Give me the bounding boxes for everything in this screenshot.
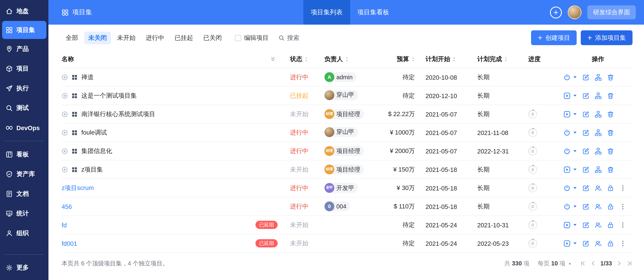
sidebar-item-2[interactable]: 产品 (0, 39, 48, 59)
lock-icon[interactable] (607, 221, 614, 228)
power-icon[interactable] (564, 129, 570, 136)
trash-icon[interactable] (607, 148, 614, 154)
lock-icon[interactable] (607, 240, 614, 247)
power-icon[interactable] (564, 74, 570, 80)
sidebar-item-3[interactable]: 项目 (0, 59, 48, 78)
global-add-button[interactable] (550, 6, 562, 18)
lock-icon[interactable] (607, 184, 614, 191)
program-name[interactable]: 集团信息化 (81, 147, 112, 155)
sidebar-item-10[interactable]: 文档 (0, 184, 48, 204)
caret-down-icon[interactable] (573, 93, 577, 98)
sitemap-icon[interactable] (595, 129, 602, 136)
sort-icon[interactable] (304, 57, 308, 62)
sort-icon[interactable] (345, 57, 349, 62)
expand-icon[interactable] (62, 92, 68, 99)
sidebar-item-8[interactable]: 看板 (0, 144, 48, 164)
user-avatar[interactable] (568, 5, 582, 19)
caret-down-icon[interactable] (573, 75, 577, 79)
trash-icon[interactable] (607, 92, 614, 99)
workspace-button[interactable]: 研发综合界面 (587, 5, 636, 19)
play-icon[interactable] (564, 92, 570, 99)
users-icon[interactable] (595, 221, 602, 228)
filter-tab-4[interactable]: 已挂起 (170, 31, 197, 44)
users-icon[interactable] (595, 203, 602, 210)
expand-icon[interactable] (62, 166, 68, 173)
more-dots-icon[interactable] (619, 221, 626, 228)
sitemap-icon[interactable] (595, 111, 602, 118)
add-program-button[interactable]: 添加项目集 (581, 30, 632, 45)
column-header-1[interactable]: 状态 (284, 55, 316, 63)
sort-icon[interactable] (411, 57, 415, 62)
edit-icon[interactable] (582, 203, 589, 210)
edit-icon[interactable] (582, 111, 589, 118)
last-page-button[interactable] (627, 261, 632, 266)
sidebar-item-4[interactable]: 执行 (0, 78, 48, 98)
lock-icon[interactable] (607, 203, 614, 210)
caret-down-icon[interactable] (573, 186, 577, 190)
users-icon[interactable] (595, 184, 602, 191)
sort-icon[interactable] (504, 57, 508, 62)
play-icon[interactable] (564, 166, 570, 173)
sort-icon[interactable] (452, 57, 456, 62)
column-header-4[interactable]: 计划开始 (415, 55, 466, 63)
play-icon[interactable] (564, 240, 570, 247)
filter-tab-1[interactable]: 未关闭 (84, 31, 111, 44)
more-dots-icon[interactable] (619, 184, 626, 191)
trash-icon[interactable] (607, 111, 614, 118)
more-dots-icon[interactable] (619, 203, 626, 210)
edit-project-checkbox[interactable] (235, 35, 241, 41)
expand-icon[interactable] (62, 129, 68, 136)
first-page-button[interactable] (580, 261, 586, 266)
filter-tab-5[interactable]: 已关闭 (199, 31, 226, 44)
filter-tab-0[interactable]: 全部 (62, 31, 82, 44)
users-icon[interactable] (595, 240, 602, 247)
search-control[interactable]: 搜索 (278, 34, 300, 42)
sitemap-icon[interactable] (595, 166, 602, 173)
column-header-5[interactable]: 计划完成 (467, 55, 521, 63)
edit-icon[interactable] (582, 184, 589, 191)
play-icon[interactable] (564, 111, 570, 118)
edit-icon[interactable] (582, 148, 589, 154)
sidebar-item-6[interactable]: DevOps (0, 118, 48, 137)
trash-icon[interactable] (607, 166, 614, 173)
program-name[interactable]: 南洋银行核心系统测试项目 (81, 110, 155, 118)
sitemap-icon[interactable] (595, 92, 602, 99)
sitemap-icon[interactable] (595, 74, 602, 80)
expand-icon[interactable] (62, 111, 68, 117)
collapse-all-icon[interactable] (270, 56, 276, 62)
edit-icon[interactable] (582, 240, 589, 247)
create-project-button[interactable]: 创建项目 (531, 30, 577, 45)
edit-icon[interactable] (582, 92, 589, 99)
caret-down-icon[interactable] (573, 223, 577, 227)
edit-icon[interactable] (582, 74, 589, 80)
project-name-link[interactable]: fd001 (62, 240, 77, 247)
header-tab-1[interactable]: 项目集看板 (350, 0, 397, 25)
sidebar-item-5[interactable]: 测试 (0, 98, 48, 118)
trash-icon[interactable] (607, 129, 614, 136)
filter-tab-3[interactable]: 进行中 (142, 31, 168, 44)
program-name[interactable]: foule调试 (81, 129, 107, 136)
caret-down-icon[interactable] (573, 149, 577, 153)
trash-icon[interactable] (607, 74, 614, 80)
caret-down-icon[interactable] (573, 130, 577, 135)
edit-project-toggle[interactable]: 编辑项目 (235, 34, 268, 42)
caret-down-icon[interactable] (573, 241, 577, 245)
program-name[interactable]: 这是一个测试项目集 (81, 92, 137, 100)
caret-down-icon[interactable] (573, 167, 577, 172)
power-icon[interactable] (564, 148, 570, 154)
sidebar-item-11[interactable]: 统计 (0, 204, 48, 223)
project-name-link[interactable]: 456 (62, 203, 72, 210)
column-header-2[interactable]: 负责人 (316, 55, 377, 63)
sidebar-item-12[interactable]: 组织 (0, 223, 48, 243)
expand-icon[interactable] (62, 74, 68, 80)
column-header-3[interactable]: 预算 (377, 55, 415, 63)
project-name-link[interactable]: fd (62, 221, 67, 228)
power-icon[interactable] (564, 203, 570, 210)
more-dots-icon[interactable] (619, 240, 626, 247)
edit-icon[interactable] (582, 129, 589, 136)
play-icon[interactable] (564, 221, 570, 228)
per-page-select[interactable]: 每页10项 (538, 260, 572, 267)
edit-icon[interactable] (582, 166, 589, 173)
sidebar-item-0[interactable]: 地盘 (0, 1, 48, 21)
header-tab-0[interactable]: 项目集列表 (303, 0, 350, 25)
